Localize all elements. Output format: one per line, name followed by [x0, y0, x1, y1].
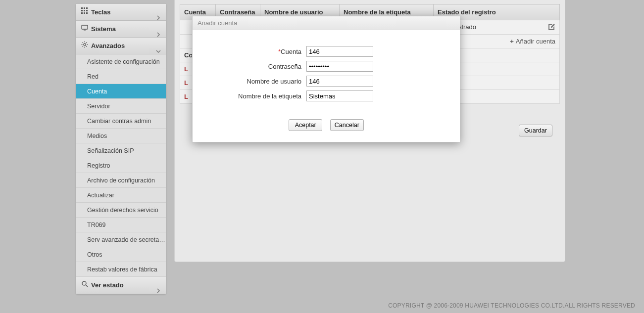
save-button[interactable]: Guardar [519, 125, 552, 136]
sidebar-item-label: Cambiar contras admin [87, 118, 151, 125]
sidebar-item-cuenta[interactable]: Cuenta [76, 84, 166, 99]
etiqueta-label: Nombre de la etiqueta [222, 92, 306, 100]
sidebar-item-label: Gestión derechos servicio [87, 207, 158, 214]
svg-line-21 [86, 285, 88, 287]
sidebar-item-medios[interactable]: Medios [76, 129, 166, 143]
svg-line-19 [86, 42, 87, 43]
sidebar-item-label: TR069 [87, 222, 106, 228]
add-account-label: Añadir cuenta [516, 38, 555, 45]
svg-rect-2 [86, 7, 88, 9]
section-label: Co [184, 51, 193, 59]
sidebar-item-label: Actualizar [87, 192, 114, 199]
sidebar-item-label: Asistente de configuración [87, 58, 160, 65]
chevron-down-icon [156, 44, 161, 48]
cuenta-input[interactable] [306, 46, 373, 57]
sidebar-item-registro[interactable]: Registro [76, 158, 166, 173]
add-account-dialog: Añadir cuenta *Cuenta Contraseña Nombre … [192, 16, 460, 142]
svg-point-20 [82, 281, 86, 285]
sidebar-section-teclas[interactable]: Teclas [76, 4, 166, 21]
svg-rect-3 [81, 10, 83, 11]
sidebar-item-red[interactable]: Red [76, 69, 166, 84]
dialog-actions: Aceptar Cancelar [193, 107, 460, 142]
chevron-right-icon [156, 10, 161, 15]
sidebar-item-label: Serv avanzado de secretaria [87, 236, 166, 243]
svg-rect-7 [84, 12, 85, 14]
sidebar-section-label: Teclas [91, 4, 156, 21]
svg-rect-8 [86, 12, 88, 14]
sidebar-item-tr069[interactable]: TR069 [76, 218, 166, 232]
sidebar-item-servidor[interactable]: Servidor [76, 99, 166, 114]
chevron-right-icon [156, 283, 161, 288]
cuenta-label: *Cuenta [222, 48, 306, 55]
sidebar-item-label: Medios [87, 133, 107, 139]
svg-line-16 [83, 42, 83, 43]
svg-rect-5 [86, 10, 88, 11]
svg-line-17 [86, 46, 87, 46]
sidebar-item-senalizacion-sip[interactable]: Señalización SIP [76, 143, 166, 158]
contrasena-input[interactable] [306, 61, 373, 72]
sidebar-section-label: Ver estado [91, 277, 156, 294]
svg-rect-10 [84, 30, 86, 31]
sidebar-item-label: Señalización SIP [87, 147, 134, 154]
svg-rect-6 [81, 12, 83, 14]
svg-rect-1 [84, 7, 85, 9]
sidebar-item-otros[interactable]: Otros [76, 247, 166, 262]
plus-icon: + [510, 38, 514, 45]
sidebar-item-label: Servidor [87, 103, 110, 110]
contrasena-label: Contraseña [222, 63, 306, 70]
dialog-title: Añadir cuenta [193, 16, 460, 30]
sidebar-item-restab-fabrica[interactable]: Restab valores de fábrica [76, 262, 166, 277]
sidebar-section-verestado[interactable]: Ver estado [76, 277, 166, 294]
usuario-label: Nombre de usuario [222, 78, 306, 85]
sidebar: Teclas Sistema Avanzados Asistente de co… [76, 3, 166, 294]
svg-rect-0 [81, 7, 83, 9]
chevron-right-icon [156, 27, 161, 32]
etiqueta-input[interactable] [306, 90, 373, 101]
sidebar-section-label: Avanzados [91, 38, 156, 54]
usuario-input[interactable] [306, 76, 373, 87]
accept-button[interactable]: Aceptar [289, 119, 322, 131]
svg-point-11 [84, 43, 86, 45]
sidebar-item-gestion-derechos[interactable]: Gestión derechos servicio [76, 203, 166, 218]
sidebar-item-cambiar-contras[interactable]: Cambiar contras admin [76, 114, 166, 129]
sidebar-item-label: Registro [87, 162, 110, 169]
gear-icon [81, 38, 88, 54]
edit-icon[interactable] [547, 23, 555, 31]
svg-rect-4 [84, 10, 85, 11]
sidebar-section-sistema[interactable]: Sistema [76, 21, 166, 38]
search-icon [81, 277, 88, 294]
sidebar-item-label: Archivo de configuración [87, 177, 155, 184]
monitor-icon [81, 21, 88, 38]
sidebar-item-label: Otros [87, 251, 102, 258]
cancel-button[interactable]: Cancelar [330, 119, 364, 131]
sidebar-item-label: Cuenta [87, 88, 107, 95]
sidebar-item-label: Red [87, 73, 99, 80]
sidebar-item-asistente[interactable]: Asistente de configuración [76, 54, 166, 69]
dialog-form: *Cuenta Contraseña Nombre de usuario Nom… [193, 30, 460, 107]
sidebar-item-label: Restab valores de fábrica [87, 266, 157, 273]
sidebar-section-label: Sistema [91, 21, 156, 38]
svg-rect-9 [82, 25, 88, 29]
line-label: L [184, 79, 188, 87]
svg-line-18 [83, 46, 83, 46]
footer-copyright: COPYRIGHT @ 2006-2009 HUAWEI TECHNOLOGIE… [0, 302, 644, 309]
line-label: L [184, 93, 188, 100]
sidebar-item-actualizar[interactable]: Actualizar [76, 188, 166, 203]
grid-icon [81, 4, 88, 21]
sidebar-section-avanzados[interactable]: Avanzados [76, 38, 166, 54]
sidebar-item-archivo-config[interactable]: Archivo de configuración [76, 173, 166, 188]
sidebar-item-serv-secretaria[interactable]: Serv avanzado de secretaria [76, 232, 166, 247]
line-label: L [184, 65, 188, 73]
add-account-link[interactable]: +Añadir cuenta [510, 38, 555, 45]
